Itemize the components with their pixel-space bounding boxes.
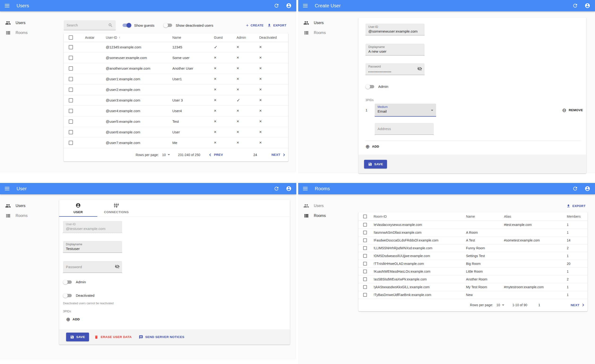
- table-row[interactable]: !TyBasDmweIJdfFaeBmk:example.com New 1: [358, 291, 588, 299]
- current-page-button[interactable]: 1: [538, 303, 540, 307]
- row-checkbox[interactable]: [363, 231, 367, 234]
- visibility-off-icon[interactable]: [417, 66, 422, 72]
- room-id-header[interactable]: Room-ID: [372, 212, 464, 221]
- prev-page-button[interactable]: PREV: [210, 153, 223, 156]
- visibility-off-icon[interactable]: [115, 264, 120, 270]
- row-checkbox[interactable]: [69, 119, 73, 124]
- export-button[interactable]: EXPORT: [265, 22, 288, 29]
- tab-connections[interactable]: CONNECTIONS: [97, 200, 135, 217]
- row-checkbox[interactable]: [363, 223, 367, 227]
- account-icon[interactable]: [585, 186, 590, 191]
- menu-icon[interactable]: [303, 4, 308, 7]
- account-icon[interactable]: [585, 3, 590, 8]
- remove-threepid-button[interactable]: ⊖ REMOVE: [562, 108, 583, 112]
- row-checkbox[interactable]: [69, 66, 73, 70]
- next-page-button[interactable]: NEXT: [271, 153, 284, 156]
- menu-icon[interactable]: [5, 4, 9, 7]
- row-checkbox[interactable]: [363, 293, 367, 297]
- deactivated-switch[interactable]: [64, 294, 72, 297]
- password-field[interactable]: Password ••••••••••••••••••: [366, 63, 425, 75]
- displayname-field[interactable]: Displayname Testuser: [63, 241, 122, 253]
- row-checkbox[interactable]: [363, 246, 367, 250]
- row-checkbox[interactable]: [363, 277, 367, 281]
- row-checkbox[interactable]: [363, 270, 367, 273]
- name-header[interactable]: Name: [170, 33, 212, 42]
- table-row[interactable]: @user6:example.com User × × ×: [64, 127, 288, 137]
- row-checkbox[interactable]: [69, 45, 73, 49]
- select-all-checkbox[interactable]: [363, 215, 367, 218]
- table-row[interactable]: !FasdweDssccaGLdsFRddsOl:example.com A T…: [358, 236, 588, 244]
- refresh-icon[interactable]: [274, 3, 279, 8]
- row-checkbox[interactable]: [69, 98, 73, 102]
- table-row[interactable]: !asSBSlsdWEvaXwPk:example.com Another Ro…: [358, 275, 588, 283]
- medium-select[interactable]: Medium Email: [375, 104, 436, 117]
- table-row[interactable]: @user7:example.com Me × × ×: [64, 137, 288, 148]
- show-deactivated-switch[interactable]: [164, 24, 172, 27]
- table-row[interactable]: @user2:example.com × × ×: [64, 84, 288, 95]
- export-button[interactable]: EXPORT: [565, 203, 588, 209]
- table-row[interactable]: !LLIMSSNHrhRjsdWNXsd:example.com Funny R…: [358, 244, 588, 252]
- row-checkbox[interactable]: [363, 285, 367, 289]
- sidebar-item-rooms[interactable]: Rooms: [298, 28, 355, 38]
- avatar-header[interactable]: Avatar: [78, 33, 104, 42]
- rows-per-page-select[interactable]: 10: [496, 303, 504, 307]
- search-input[interactable]: Search: [64, 20, 116, 30]
- add-threepid-button[interactable]: ⊕ ADD: [366, 144, 379, 149]
- next-page-button[interactable]: NEXT: [571, 303, 584, 307]
- address-field[interactable]: Address: [375, 123, 434, 135]
- create-button[interactable]: + CREATE: [244, 22, 265, 29]
- alias-header[interactable]: Alias: [502, 212, 565, 221]
- send-server-notices-button[interactable]: SEND SERVER NOTICES: [137, 334, 186, 341]
- row-checkbox[interactable]: [363, 262, 367, 266]
- user-id-field[interactable]: User-ID @somenewuser:example.com: [366, 24, 425, 35]
- table-row[interactable]: @user3:example.com User 3 × ✓ ×: [64, 95, 288, 105]
- table-row[interactable]: @anotheruser:example.com Another User × …: [64, 63, 288, 74]
- select-all-checkbox[interactable]: [69, 35, 73, 40]
- add-threepid-button[interactable]: ⊕ ADD: [66, 317, 80, 322]
- deactivated-header[interactable]: Deactivated: [257, 33, 288, 42]
- show-guests-switch[interactable]: [122, 24, 131, 27]
- menu-icon[interactable]: [303, 187, 308, 190]
- sidebar-item-rooms[interactable]: Rooms: [0, 28, 57, 38]
- user-id-header[interactable]: User-ID↑: [104, 33, 170, 42]
- row-checkbox[interactable]: [69, 77, 73, 81]
- save-button[interactable]: SAVE: [364, 160, 387, 168]
- row-checkbox[interactable]: [69, 56, 73, 60]
- sidebar-item-users[interactable]: Users: [0, 201, 57, 211]
- refresh-icon[interactable]: [274, 186, 279, 191]
- table-row[interactable]: !OMSDsdweassIlUUjjwe:example.com Setting…: [358, 252, 588, 260]
- row-checkbox[interactable]: [69, 88, 73, 92]
- row-checkbox[interactable]: [363, 238, 367, 242]
- admin-switch[interactable]: [64, 280, 72, 284]
- table-row[interactable]: !KuasNWEMasdHasLOs:example.com Little Ro…: [358, 267, 588, 275]
- sidebar-item-rooms[interactable]: Rooms: [0, 211, 57, 221]
- table-row[interactable]: !lasmnwASmDllasi:example.com A Room 1: [358, 229, 588, 236]
- row-checkbox[interactable]: [69, 109, 73, 113]
- account-icon[interactable]: [286, 3, 292, 8]
- save-button[interactable]: SAVE: [66, 333, 89, 341]
- refresh-icon[interactable]: [572, 3, 578, 8]
- tab-user[interactable]: USER: [59, 200, 97, 217]
- current-page-button[interactable]: 24: [253, 153, 257, 157]
- sidebar-item-users[interactable]: Users: [0, 18, 57, 28]
- rows-per-page-select[interactable]: 10: [162, 153, 170, 157]
- admin-header[interactable]: Admin: [235, 33, 257, 42]
- row-checkbox[interactable]: [69, 141, 73, 145]
- password-field[interactable]: Password: [63, 261, 122, 273]
- row-checkbox[interactable]: [69, 130, 73, 134]
- sidebar-item-users[interactable]: Users: [298, 18, 355, 28]
- guest-header[interactable]: Guest: [212, 33, 235, 42]
- refresh-icon[interactable]: [572, 186, 578, 191]
- admin-switch[interactable]: [366, 85, 374, 88]
- table-row[interactable]: @user1:example.com User1 × × ×: [64, 74, 288, 84]
- table-row[interactable]: !ykAStwxasdwsKkxGlLL:example.com My Test…: [358, 283, 588, 291]
- table-row[interactable]: !eVasdacvxysewus:example.com #test:examp…: [358, 221, 588, 229]
- table-row[interactable]: @12345:example.com 12345 ✓ × ×: [64, 42, 288, 52]
- table-row[interactable]: @user5:example.com Test × × ×: [64, 116, 288, 127]
- sidebar-item-rooms[interactable]: Rooms: [298, 211, 355, 221]
- sidebar-item-users[interactable]: Users: [298, 201, 355, 211]
- table-row[interactable]: !TTnIslkHHweOLAD:example.com Big Room 20: [358, 260, 588, 267]
- table-row[interactable]: @someuser:example.com Some user × × ×: [64, 52, 288, 63]
- members-header[interactable]: Members: [565, 212, 588, 221]
- displayname-field[interactable]: Displayname A new user: [366, 44, 425, 56]
